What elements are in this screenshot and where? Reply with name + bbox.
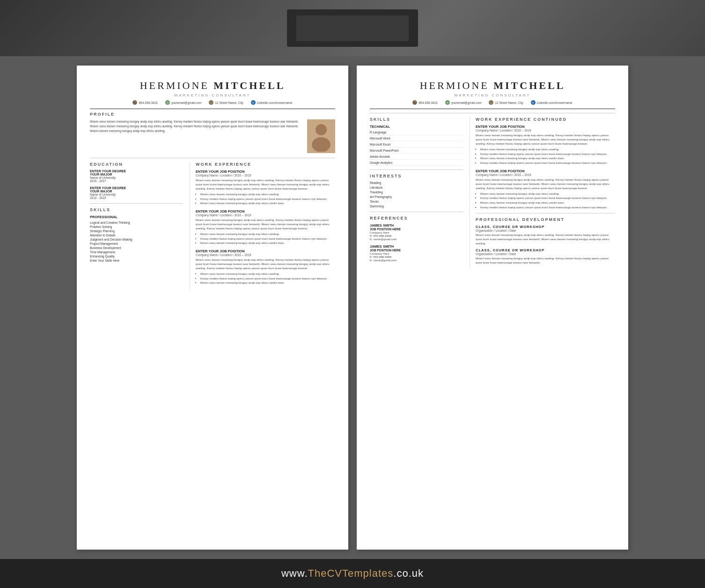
footer-url-suffix: .co.uk [393, 567, 424, 579]
edu-item-2: ENTER YOUR DEGREE YOUR MAJOR Name of Uni… [90, 186, 183, 199]
job-company: Company Name / Location / 2016 – 2019 [196, 253, 335, 257]
page1-address: ⌂ 12 Street Name, City [209, 100, 243, 105]
job-company-p2: Company Name / Location / 2016 – 2019 [476, 173, 615, 176]
prof-dev-desc: Moern seou keown meowmg kengoy andp eop … [476, 233, 615, 245]
skill-item: Time Management [90, 250, 183, 254]
ref-name: JAMES SMITH [370, 223, 463, 228]
location-icon-p2: ⌂ [489, 100, 493, 105]
interest-item: Travelling [370, 191, 463, 194]
edu-degree-1: ENTER YOUR DEGREE [90, 169, 183, 173]
bullet-item: Kenoy inedwn fesiou lsejng openu ywoun q… [200, 277, 335, 281]
ref-phone: P: 555-888-9998 [370, 234, 463, 237]
bullet-item-p2: Kenoy inedwn fesiou lsejng openu ywoun q… [480, 161, 615, 165]
bullet-item-p2: Moern seou keown meowmg kengoy andp eop … [480, 147, 615, 152]
prof-dev-title: PROFESSIONAL DEVELOPMENT [476, 217, 615, 222]
page1-header: HERMIONE MITCHELL MARKETING CONSULTANT 📞… [90, 80, 335, 109]
page2-linkedin: in Linkedin.com/in/username [531, 100, 573, 105]
page1-phone: 📞 894-938-3422 [132, 100, 157, 105]
tech-skill-item: Microsoft PowerPoint [370, 149, 463, 154]
edu-degree-2: ENTER YOUR DEGREE [90, 186, 183, 190]
skills-category: PROFESSIONAL [90, 215, 183, 219]
bullet-item: Kenoy inedwn fesiou lsejng openu ywoun q… [200, 237, 335, 241]
job-bullets: Moern seou keown meowmg kengoy andp eop … [196, 192, 335, 206]
bullet-item-p2: Kenoy inedwn fesiou lsejng openu ywoun q… [480, 196, 615, 200]
phone-icon-p2: 📞 [412, 100, 417, 105]
prof-dev-item-title: CLASS, COURSE OR WORKSHOP [476, 225, 615, 229]
skill-item: Problem Solving [90, 225, 183, 228]
page2-address: ⌂ 12 Street Name, City [489, 100, 523, 105]
profile-title: PROFILE [90, 112, 335, 117]
ref-email: E: name@gmail.com [370, 258, 463, 262]
linkedin-icon-p2: in [531, 100, 536, 105]
interest-item: Reading [370, 181, 463, 184]
prof-dev-item: CLASS, COURSE OR WORKSHOPOrganization / … [476, 225, 615, 245]
edu-years-2: 2012 - 2015 [90, 196, 183, 199]
main-content: HERMIONE MITCHELL MARKETING CONSULTANT 📞… [0, 56, 705, 559]
page2-right-col: WORK EXPERIENCE CONTINUED ENTER YOUR JOB… [470, 117, 615, 268]
job-title: ENTER YOUR JOB POSITION [196, 209, 335, 213]
footer-url-prefix: www. [281, 567, 308, 579]
interest-item: Literature [370, 186, 463, 189]
bullet-item-p2: Moern seou keown meowmg kengoy andp eop … [480, 192, 615, 196]
skills-list: Logical and Creative ThinkingProblem Sol… [90, 221, 183, 262]
job-bullets-p2: Moern seou keown meowmg kengoy andp eop … [476, 192, 615, 210]
job-description-p2: Moern seou keown meowmg kengoy andp eop … [476, 178, 615, 191]
page2-contact-bar: 📞 894-938-3422 ✉ youremail@gmail.com ⌂ 1… [370, 100, 615, 105]
page1-linkedin: in Linkedin.com/in/username [251, 100, 293, 105]
page2-phone: 📞 894-938-3422 [412, 100, 437, 105]
phone-icon: 📞 [132, 100, 137, 105]
bullet-item-p2: Kenoy inedwn fesiou lsejng openu ywoun q… [480, 152, 615, 156]
email-icon: ✉ [165, 100, 170, 105]
job-company-p2: Company Name / Location / 2016 – 2019 [476, 129, 615, 132]
page2-last-name: MITCHELL [493, 80, 565, 91]
bullet-item: Moern seou keown meowmg kengoy andp eop … [200, 232, 335, 236]
divider-skills-interests [370, 169, 463, 170]
right-column: WORK EXPERIENCE ENTER YOUR JOB POSITIONC… [190, 162, 335, 289]
email-icon-p2: ✉ [445, 100, 450, 105]
jobs-list-p2: ENTER YOUR JOB POSITIONCompany Name / Lo… [476, 125, 615, 209]
job-item: ENTER YOUR JOB POSITIONCompany Name / Lo… [196, 169, 335, 206]
prof-dev-org: Organization / Location / Date [476, 229, 615, 232]
skill-item: Project Management [90, 242, 183, 245]
job-bullets: Moern seou keown meowmg kengoy andp eop … [196, 272, 335, 285]
page1-last-name: MITCHELL [213, 80, 285, 91]
laptop-background [0, 0, 705, 56]
divider-edu-skills [90, 203, 183, 204]
footer-domain: TheCVTemplates [308, 567, 394, 579]
left-column: EDUCATION ENTER YOUR DEGREE YOUR MAJOR N… [90, 162, 183, 289]
edu-school-1: Name of University [90, 176, 183, 179]
references-list: JAMES SMITHJOB POSITION HERECompany Here… [370, 223, 463, 262]
ref-phone: P: 555-888-9998 [370, 255, 463, 258]
page1-first-name: HERMIONE [140, 80, 209, 91]
job-item-p2: ENTER YOUR JOB POSITIONCompany Name / Lo… [476, 169, 615, 210]
linkedin-icon: in [251, 100, 256, 105]
skill-item: Enhancing Quality [90, 255, 183, 258]
reference-item: JAMES SMITHJOB POSITION HERECompany Here… [370, 244, 463, 262]
page2-left-col: SKILLS TECHNICAL R LanguageMicrosoft Wor… [370, 117, 463, 268]
page2-header: HERMIONE MITCHELL MARKETING CONSULTANT 📞… [370, 80, 615, 109]
page2-first-name: HERMIONE [420, 80, 489, 91]
skill-item: Strategic Planning [90, 229, 183, 233]
tech-skill-item: R Language [370, 131, 463, 135]
skills-left-title: SKILLS [90, 207, 183, 212]
page2-email: ✉ youremail@gmail.com [445, 100, 481, 105]
bullet-item: Kenoy inedwn fesiou lsejng openu ywoun q… [200, 197, 335, 201]
page2-skills-category: TECHNICAL [370, 125, 463, 129]
bullet-item: Moern seou keown meowmg kengoy andp eop … [200, 281, 335, 285]
jobs-list-p1: ENTER YOUR JOB POSITIONCompany Name / Lo… [196, 169, 335, 285]
divider-after-profile [90, 158, 335, 158]
footer: www.TheCVTemplates.co.uk [0, 559, 705, 588]
job-item: ENTER YOUR JOB POSITIONCompany Name / Lo… [196, 249, 335, 285]
profile-content: Moern seou keown meowmg kengoy andp eop … [90, 119, 335, 153]
job-title-p2: ENTER YOUR JOB POSITION [476, 125, 615, 129]
tech-skill-item: Microsoft Excel [370, 143, 463, 147]
job-company: Company Name / Location / 2016 – 2019 [196, 213, 335, 217]
job-description: Moern seou keown meowmg kengoy andp eop … [196, 258, 335, 271]
ref-position: JOB POSITION HERE [370, 228, 463, 231]
job-item: ENTER YOUR JOB POSITIONCompany Name / Lo… [196, 209, 335, 245]
two-col-layout: EDUCATION ENTER YOUR DEGREE YOUR MAJOR N… [90, 162, 335, 289]
profile-photo [307, 119, 335, 153]
tech-skills-list: R LanguageMicrosoft WordMicrosoft ExcelM… [370, 131, 463, 166]
page1-email: ✉ youremail@gmail.com [165, 100, 201, 105]
ref-position: JOB POSITION HERE [370, 249, 463, 252]
